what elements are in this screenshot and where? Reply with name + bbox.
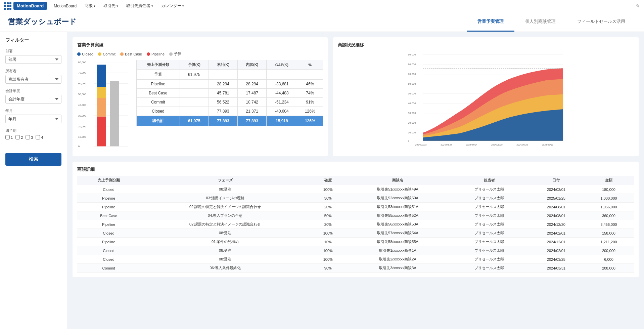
- list-item: Commit06:導入条件最終化90%取引先3/xxxxxx商談3Aプリセールス…: [77, 264, 634, 273]
- pipeline-dot: [147, 52, 150, 56]
- month-label: 年月: [5, 108, 61, 113]
- deal-details-title: 商談詳細: [77, 166, 634, 172]
- month-select[interactable]: 年月: [5, 115, 61, 123]
- list-item: Closed08:受注100%取引先1/xxxxxx商談1Aプリセールス太郎20…: [77, 246, 634, 255]
- legend-closed: Closed: [77, 51, 93, 56]
- col-cumulative: 累計(K): [209, 60, 237, 70]
- table-row: 予算61,975: [137, 70, 323, 80]
- quarter-4-checkbox[interactable]: [36, 135, 40, 139]
- svg-text:20,000: 20,000: [408, 121, 416, 124]
- list-item: Pipeline02:課題の特定と解決イメージの認識合わせ20%取引先56/xx…: [77, 220, 634, 229]
- tab-individual-deals[interactable]: 個人別商談管理: [514, 12, 566, 32]
- fiscal-year-label: 会計年度: [5, 88, 61, 93]
- sales-perf-inner: 80,000 70,000 60,000 50,000 40,000 30,00…: [77, 60, 323, 152]
- top-navigation: MotionBoard MotionBoard 商談 ▾ 取引先 ▾ 取引先責任…: [0, 0, 644, 12]
- quarter-filter: 四半期 1 2 3 4: [5, 128, 61, 139]
- legend-bestcase-label: Best Case: [125, 52, 142, 56]
- list-item: Pipeline03:活用イメージの理解30%取引先52/xxxxxx商談50A…: [77, 194, 634, 203]
- col-category: 売上予測分類: [137, 60, 180, 70]
- nav-motionboard[interactable]: MotionBoard: [52, 4, 78, 8]
- filter-title: フィルター: [5, 37, 61, 43]
- col-prob: 確度: [310, 176, 346, 185]
- bar-chart-svg: 80,000 70,000 60,000 50,000 40,000 30,00…: [77, 60, 131, 151]
- table-header-row: 売上予測分類 予算(K) 累計(K) 内訳(K) GAP(K) %: [137, 60, 323, 70]
- sidebar-filters: フィルター 部署 部署 所有者 商談所有者 会計年度 会計年度 年月 年月: [0, 32, 67, 329]
- commit-dot: [98, 52, 101, 56]
- col-amount: 金額: [584, 176, 634, 185]
- col-forecast: 売上予測分類: [77, 176, 140, 185]
- legend-budget: 予算: [169, 51, 181, 56]
- app-logo: MotionBoard: [4, 2, 47, 10]
- svg-text:2024/05/05: 2024/05/05: [491, 143, 503, 146]
- svg-text:10,000: 10,000: [78, 135, 86, 138]
- owner-label: 所有者: [5, 69, 61, 74]
- chevron-down-icon: ▾: [117, 4, 118, 8]
- page-header: 営業ダッシュボード 営業予実管理 個人別商談管理 フィールドセールス活用: [0, 12, 644, 32]
- page-title-area: 営業ダッシュボード: [8, 12, 77, 32]
- list-item: Closed08:受注100%取引先51/xxxxxx商談49Aプリセールス太郎…: [77, 185, 634, 194]
- list-item: Pipeline02:課題の特定と解決イメージの認識合わせ20%取引先53/xx…: [77, 203, 634, 211]
- search-button[interactable]: 検索: [5, 153, 61, 166]
- total-row: 総合計61,97577,89377,89315,918126%: [137, 116, 323, 126]
- svg-text:0: 0: [408, 139, 409, 142]
- svg-text:70,000: 70,000: [408, 73, 416, 76]
- legend-commit: Commit: [98, 51, 116, 56]
- owner-select[interactable]: 商談所有者: [5, 75, 61, 84]
- sales-perf-title: 営業予算実績: [77, 42, 323, 48]
- svg-text:60,000: 60,000: [408, 82, 416, 85]
- bar-chart: 80,000 70,000 60,000 50,000 40,000 30,00…: [77, 60, 131, 152]
- col-gap: GAP(K): [267, 60, 297, 70]
- svg-text:60,000: 60,000: [78, 82, 86, 85]
- svg-text:30,000: 30,000: [78, 114, 86, 117]
- detail-header-row: 売上予測分類 フェーズ 確度 商談名 担当者 日付 金額: [77, 176, 634, 185]
- svg-text:50,000: 50,000: [78, 93, 86, 96]
- quarter-1-checkbox[interactable]: [5, 135, 10, 139]
- quarter-3-checkbox[interactable]: [26, 135, 30, 139]
- page-title: 営業ダッシュボード: [8, 17, 77, 27]
- main-content: フィルター 部署 部署 所有者 商談所有者 会計年度 会計年度 年月 年月: [0, 32, 644, 329]
- svg-text:0: 0: [78, 145, 80, 148]
- svg-text:10,000: 10,000: [408, 131, 416, 134]
- svg-text:90,000: 90,000: [408, 53, 416, 56]
- deal-trend-title: 商談状況推移: [338, 42, 634, 48]
- quarter-1-check[interactable]: 1: [5, 135, 13, 139]
- table-row: Best Case45,78117,487-44,48874%: [137, 89, 323, 98]
- tab-field-sales[interactable]: フィールドセールス活用: [566, 12, 636, 32]
- chart-legend: Closed Commit Best Case Pipeline: [77, 51, 323, 56]
- bar-commit: [97, 87, 106, 98]
- quarter-checkboxes: 1 2 3 4: [5, 135, 61, 139]
- edit-icon[interactable]: ✎: [636, 3, 640, 9]
- bar-budget: [110, 81, 119, 147]
- quarter-3-check[interactable]: 3: [26, 135, 33, 139]
- legend-commit-label: Commit: [103, 52, 116, 56]
- bar-pipeline: [97, 117, 106, 147]
- legend-budget-label: 予算: [174, 51, 181, 56]
- fiscal-year-select[interactable]: 会計年度: [5, 95, 61, 104]
- bestcase-dot: [120, 52, 124, 56]
- col-date: 日付: [529, 176, 584, 185]
- list-item: Closed08:受注100%取引先57/xxxxxx商談54Aプリセールス太郎…: [77, 229, 634, 238]
- department-select[interactable]: 部署: [5, 55, 61, 64]
- grid-icon: [4, 2, 11, 10]
- sales-performance-panel: 営業予算実績 Closed Commit Best Case: [73, 37, 328, 156]
- col-dealname: 商談名: [346, 176, 450, 185]
- col-percent: %: [297, 60, 323, 70]
- tab-sales-budget[interactable]: 営業予実管理: [467, 12, 514, 32]
- table-row: Pipeline28,29428,294-33,68146%: [137, 80, 323, 89]
- quarter-4-check[interactable]: 4: [36, 135, 43, 139]
- nav-calendar[interactable]: カレンダー ▾: [160, 3, 185, 9]
- list-item: Pipeline01:案件の見極め10%取引先58/xxxxxx商談55Aプリセ…: [77, 238, 634, 246]
- quarter-2-checkbox[interactable]: [15, 135, 20, 139]
- nav-contacts[interactable]: 取引先責任者 ▾: [125, 3, 154, 9]
- fiscal-year-filter: 会計年度 会計年度: [5, 88, 61, 104]
- nav-accounts[interactable]: 取引先 ▾: [102, 3, 120, 9]
- col-phase: フェーズ: [140, 176, 310, 185]
- chevron-down-icon: ▾: [94, 4, 95, 8]
- quarter-label: 四半期: [5, 128, 61, 133]
- bar-bestcase: [97, 98, 106, 117]
- nav-deals[interactable]: 商談 ▾: [83, 3, 97, 9]
- month-filter: 年月 年月: [5, 108, 61, 123]
- list-item: Best Case04:導入プランの合意50%取引先55/xxxxxx商談52A…: [77, 211, 634, 220]
- department-filter: 部署 部署: [5, 49, 61, 64]
- quarter-2-check[interactable]: 2: [15, 135, 23, 139]
